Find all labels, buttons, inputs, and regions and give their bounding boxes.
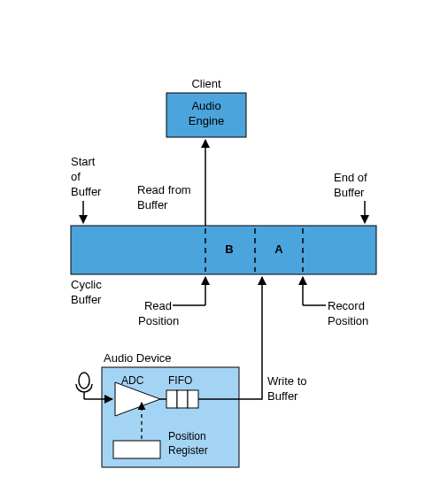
- position-register-label: Position Register: [168, 430, 208, 458]
- adc-label: ADC: [121, 374, 143, 388]
- audio-device-title: Audio Device: [104, 351, 172, 366]
- fifo-cell-2: [177, 390, 188, 408]
- read-from-buffer-label: Read from Buffer: [137, 183, 191, 213]
- end-of-buffer-label: End of Buffer: [334, 171, 367, 201]
- microphone-icon: [76, 373, 92, 399]
- fifo-cell-1: [166, 390, 177, 408]
- position-register-rect: [113, 441, 160, 458]
- record-position-label: Record Position: [328, 299, 368, 329]
- client-title: Client: [166, 77, 246, 92]
- audio-engine-label: Audio Engine: [166, 99, 246, 129]
- start-of-buffer-label: Start of Buffer: [71, 155, 101, 200]
- cyclic-buffer-label: Cyclic Buffer: [71, 278, 102, 308]
- buffer-section-b: B: [216, 242, 243, 258]
- write-to-buffer-label: Write to Buffer: [267, 374, 307, 404]
- buffer-section-a: A: [266, 242, 292, 258]
- fifo-label: FIFO: [168, 374, 192, 388]
- svg-point-2: [79, 373, 89, 388]
- fifo-cell-3: [188, 390, 198, 408]
- read-position-label: Read Position: [138, 299, 172, 329]
